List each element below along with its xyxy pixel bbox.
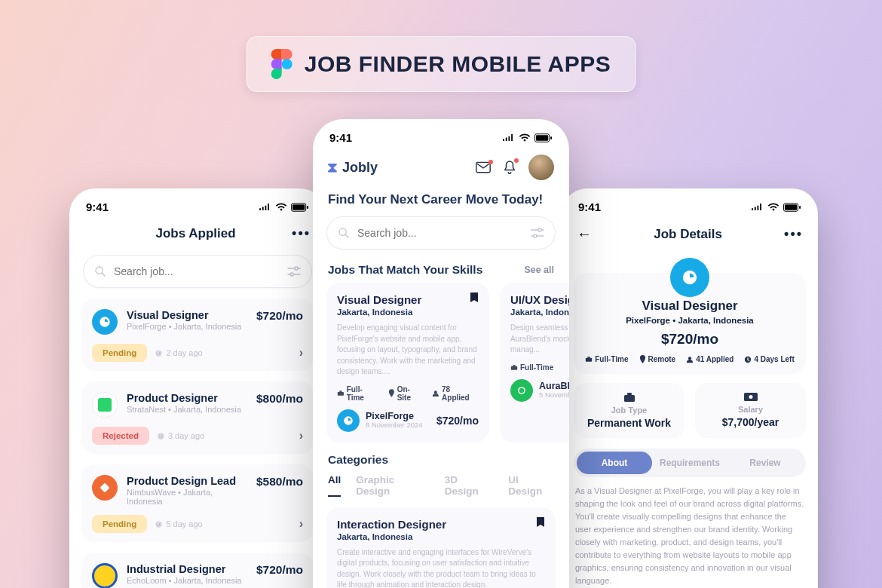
svg-point-35 <box>688 357 691 360</box>
search-input[interactable] <box>357 227 523 239</box>
job-company-location: PixelForge • Jakarta, Indonesia <box>584 316 795 325</box>
status-badge: Pending <box>92 515 147 533</box>
inbox-button[interactable] <box>476 161 491 173</box>
back-button[interactable]: ← <box>577 225 592 243</box>
job-location: Jakarta, Indonesia <box>337 532 545 541</box>
svg-point-29 <box>519 387 525 393</box>
job-location: Jakarta, Indonesia <box>510 308 569 317</box>
wifi-icon <box>767 203 779 212</box>
pin-icon <box>639 355 646 363</box>
briefcase-icon <box>510 364 518 371</box>
company-logo <box>670 258 709 297</box>
job-company-location: EchoLoom • Jakarta, Indonesia <box>127 576 241 585</box>
status-icons <box>751 203 801 212</box>
status-icons <box>502 133 553 142</box>
svg-rect-11 <box>100 482 109 492</box>
job-date: 8 November 2024 <box>366 421 423 429</box>
signal-icon <box>259 203 271 211</box>
tab-3d[interactable]: 3D Design <box>445 474 493 497</box>
job-salary: $720/mo <box>256 309 303 323</box>
status-bar: 9:41 <box>562 188 818 218</box>
briefcase-icon <box>585 356 593 363</box>
company-logo <box>92 309 118 335</box>
clock-icon <box>744 356 752 363</box>
tab-requirements[interactable]: Requirements <box>652 452 727 474</box>
briefcase-icon <box>337 390 345 397</box>
svg-rect-25 <box>339 390 341 392</box>
filter-icon[interactable] <box>531 228 544 238</box>
chevron-right-icon[interactable]: › <box>299 517 303 531</box>
clock-icon <box>157 432 165 440</box>
see-all-link[interactable]: See all <box>524 265 554 275</box>
figma-icon <box>271 49 292 79</box>
job-salary: $720/mo <box>584 331 795 348</box>
job-description: Design seamless experiences for AuraBlen… <box>510 323 569 356</box>
tab-graphic[interactable]: Graphic Design <box>356 474 429 497</box>
more-button[interactable]: ••• <box>292 225 311 241</box>
search-box[interactable] <box>83 255 312 288</box>
job-description: Develop engaging visual content for Pixe… <box>337 323 479 378</box>
banner: JOB FINDER MOBILE APPS <box>247 36 636 92</box>
more-button[interactable]: ••• <box>784 226 803 242</box>
chevron-right-icon[interactable]: › <box>299 346 303 360</box>
job-meta-row: Full-Time Remote 41 Applied 4 Days Left <box>584 355 795 363</box>
tab-all[interactable]: All <box>328 474 341 497</box>
metric-label: Job Type <box>583 406 675 415</box>
screen-title: Job Details <box>654 227 722 242</box>
wifi-icon <box>275 203 287 212</box>
svg-rect-24 <box>338 392 344 396</box>
bookmark-icon[interactable] <box>470 292 479 303</box>
category-tabs: All Graphic Design 3D Design UI Design <box>313 471 569 504</box>
detail-tabs: About Requirements Review <box>574 449 806 477</box>
metric-value: Permanent Work <box>583 417 675 429</box>
job-summary-card: Visual Designer PixelForge • Jakarta, In… <box>574 273 806 374</box>
status-bar: 9:41 <box>313 119 569 149</box>
tab-about[interactable]: About <box>577 452 652 474</box>
notifications-button[interactable] <box>503 160 516 175</box>
tab-ui[interactable]: UI Design <box>508 474 554 497</box>
company-logo <box>92 392 118 418</box>
about-text: As a Visual Designer at PixelForge, you … <box>562 485 818 587</box>
wifi-icon <box>519 133 531 142</box>
svg-point-6 <box>295 267 298 270</box>
job-salary: $580/mo <box>256 475 303 488</box>
status-icons <box>259 203 309 212</box>
svg-point-21 <box>538 228 541 231</box>
applied-job-card[interactable]: Visual Designer PixelForge • Jakarta, In… <box>81 299 314 371</box>
screen-job-details: 9:41 ← Job Details ••• Visual Designer P… <box>562 188 818 588</box>
applied-job-card[interactable]: Industrial Designer EchoLoom • Jakarta, … <box>81 553 314 588</box>
search-input[interactable] <box>114 265 280 277</box>
match-job-card[interactable]: Visual Designer Jakarta, Indonesia Devel… <box>326 283 489 443</box>
status-badge: Pending <box>92 344 147 362</box>
company-logo <box>510 379 533 402</box>
briefcase-icon <box>583 392 675 403</box>
hero-heading: Find Your Next Career Move Today! <box>313 188 569 212</box>
svg-rect-38 <box>627 393 632 395</box>
match-job-card[interactable]: UI/UX Designer Jakarta, Indonesia Design… <box>500 283 569 443</box>
company-logo <box>337 409 360 432</box>
applied-job-card[interactable]: Product Designer StrataNest • Jakarta, I… <box>81 381 314 454</box>
pin-icon <box>388 389 395 397</box>
avatar[interactable] <box>528 155 554 180</box>
filter-icon[interactable] <box>287 266 301 277</box>
person-icon <box>432 390 439 397</box>
category-job-card[interactable]: Interaction Designer Jakarta, Indonesia … <box>326 507 556 589</box>
match-carousel[interactable]: Visual Designer Jakarta, Indonesia Devel… <box>313 283 569 443</box>
bookmark-icon[interactable] <box>536 516 545 528</box>
cash-icon <box>704 392 797 402</box>
svg-point-23 <box>534 234 537 237</box>
job-title: Visual Designer <box>584 299 795 314</box>
battery-icon <box>783 203 801 212</box>
signal-icon <box>502 133 515 142</box>
svg-point-26 <box>434 390 437 394</box>
tab-review[interactable]: Review <box>727 452 803 474</box>
search-box[interactable] <box>326 216 556 250</box>
chevron-right-icon[interactable]: › <box>299 429 303 443</box>
brand-logo[interactable]: ⧗ Jobly <box>328 160 378 176</box>
svg-rect-28 <box>513 365 515 366</box>
applied-job-card[interactable]: Product Design Lead NimbusWave • Jakarta… <box>81 464 314 542</box>
banner-title: JOB FINDER MOBILE APPS <box>305 51 611 77</box>
job-salary: $800/mo <box>256 392 303 406</box>
job-title: Visual Designer <box>337 293 479 306</box>
person-icon <box>686 356 694 363</box>
